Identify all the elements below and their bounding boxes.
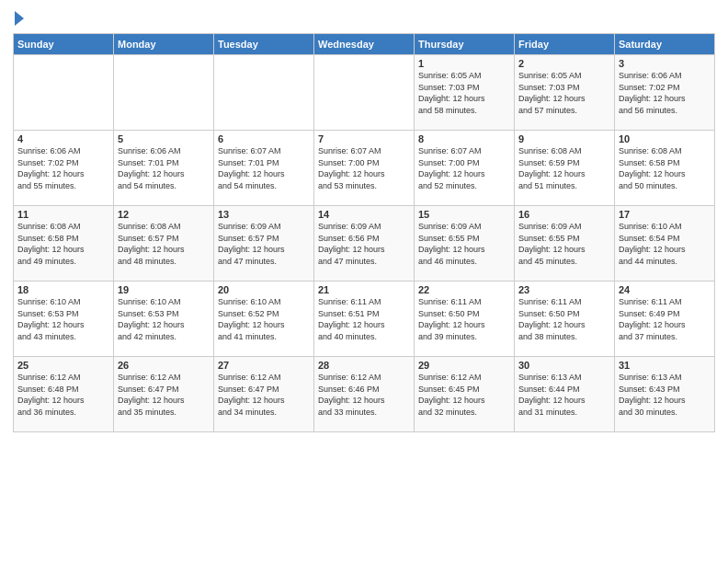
- calendar-cell: 17Sunrise: 6:10 AM Sunset: 6:54 PM Dayli…: [615, 206, 715, 282]
- day-info: Sunrise: 6:07 AM Sunset: 7:00 PM Dayligh…: [318, 145, 410, 191]
- calendar-cell: 11Sunrise: 6:08 AM Sunset: 6:58 PM Dayli…: [14, 206, 114, 282]
- calendar-cell: 1Sunrise: 6:05 AM Sunset: 7:03 PM Daylig…: [415, 55, 515, 131]
- day-number: 28: [318, 360, 410, 371]
- calendar-cell: 2Sunrise: 6:05 AM Sunset: 7:03 PM Daylig…: [515, 55, 615, 131]
- calendar-cell: 28Sunrise: 6:12 AM Sunset: 6:46 PM Dayli…: [314, 357, 415, 432]
- day-info: Sunrise: 6:13 AM Sunset: 6:43 PM Dayligh…: [619, 372, 711, 418]
- day-number: 22: [418, 284, 510, 295]
- weekday-header-saturday: Saturday: [615, 34, 715, 55]
- day-number: 14: [318, 209, 410, 220]
- calendar-cell: 5Sunrise: 6:06 AM Sunset: 7:01 PM Daylig…: [114, 131, 214, 206]
- day-info: Sunrise: 6:07 AM Sunset: 7:00 PM Dayligh…: [418, 145, 510, 191]
- day-number: 17: [619, 209, 711, 220]
- day-info: Sunrise: 6:12 AM Sunset: 6:45 PM Dayligh…: [418, 372, 510, 418]
- day-info: Sunrise: 6:09 AM Sunset: 6:56 PM Dayligh…: [318, 221, 410, 267]
- calendar-header: SundayMondayTuesdayWednesdayThursdayFrid…: [14, 34, 715, 55]
- weekday-header-thursday: Thursday: [415, 34, 515, 55]
- day-number: 23: [518, 284, 610, 295]
- calendar-cell: 23Sunrise: 6:11 AM Sunset: 6:50 PM Dayli…: [515, 282, 615, 357]
- calendar-cell: 10Sunrise: 6:08 AM Sunset: 6:58 PM Dayli…: [615, 131, 715, 206]
- weekday-header-tuesday: Tuesday: [214, 34, 314, 55]
- calendar-cell: 16Sunrise: 6:09 AM Sunset: 6:55 PM Dayli…: [515, 206, 615, 282]
- day-info: Sunrise: 6:11 AM Sunset: 6:50 PM Dayligh…: [418, 296, 510, 342]
- day-info: Sunrise: 6:08 AM Sunset: 6:57 PM Dayligh…: [118, 221, 210, 267]
- calendar-week-row: 18Sunrise: 6:10 AM Sunset: 6:53 PM Dayli…: [14, 282, 715, 357]
- day-number: 1: [418, 58, 510, 69]
- weekday-header-friday: Friday: [515, 34, 615, 55]
- day-number: 4: [17, 133, 109, 144]
- logo-arrow-icon: [15, 11, 24, 26]
- day-info: Sunrise: 6:09 AM Sunset: 6:55 PM Dayligh…: [518, 221, 610, 267]
- calendar-cell: [214, 55, 314, 131]
- calendar-cell: 18Sunrise: 6:10 AM Sunset: 6:53 PM Dayli…: [14, 282, 114, 357]
- calendar-cell: 6Sunrise: 6:07 AM Sunset: 7:01 PM Daylig…: [214, 131, 314, 206]
- header: [13, 9, 715, 26]
- day-info: Sunrise: 6:11 AM Sunset: 6:50 PM Dayligh…: [518, 296, 610, 342]
- day-number: 16: [518, 209, 610, 220]
- calendar-cell: 31Sunrise: 6:13 AM Sunset: 6:43 PM Dayli…: [615, 357, 715, 432]
- day-info: Sunrise: 6:06 AM Sunset: 7:02 PM Dayligh…: [619, 70, 711, 116]
- calendar-cell: 14Sunrise: 6:09 AM Sunset: 6:56 PM Dayli…: [314, 206, 415, 282]
- day-number: 18: [17, 284, 109, 295]
- calendar-container: SundayMondayTuesdayWednesdayThursdayFrid…: [0, 0, 728, 563]
- day-number: 2: [518, 58, 610, 69]
- day-info: Sunrise: 6:12 AM Sunset: 6:46 PM Dayligh…: [318, 372, 410, 418]
- day-info: Sunrise: 6:11 AM Sunset: 6:51 PM Dayligh…: [318, 296, 410, 342]
- calendar-cell: 13Sunrise: 6:09 AM Sunset: 6:57 PM Dayli…: [214, 206, 314, 282]
- day-number: 11: [17, 209, 109, 220]
- calendar-cell: 25Sunrise: 6:12 AM Sunset: 6:48 PM Dayli…: [14, 357, 114, 432]
- calendar-week-row: 25Sunrise: 6:12 AM Sunset: 6:48 PM Dayli…: [14, 357, 715, 432]
- day-number: 13: [218, 209, 310, 220]
- day-info: Sunrise: 6:07 AM Sunset: 7:01 PM Dayligh…: [218, 145, 310, 191]
- calendar-week-row: 11Sunrise: 6:08 AM Sunset: 6:58 PM Dayli…: [14, 206, 715, 282]
- calendar-cell: 22Sunrise: 6:11 AM Sunset: 6:50 PM Dayli…: [415, 282, 515, 357]
- calendar-cell: 30Sunrise: 6:13 AM Sunset: 6:44 PM Dayli…: [515, 357, 615, 432]
- day-info: Sunrise: 6:10 AM Sunset: 6:54 PM Dayligh…: [619, 221, 711, 267]
- calendar-cell: 15Sunrise: 6:09 AM Sunset: 6:55 PM Dayli…: [415, 206, 515, 282]
- calendar-cell: 9Sunrise: 6:08 AM Sunset: 6:59 PM Daylig…: [515, 131, 615, 206]
- day-info: Sunrise: 6:12 AM Sunset: 6:48 PM Dayligh…: [17, 372, 109, 418]
- calendar-table: SundayMondayTuesdayWednesdayThursdayFrid…: [13, 33, 715, 432]
- weekday-header-monday: Monday: [114, 34, 214, 55]
- day-info: Sunrise: 6:09 AM Sunset: 6:55 PM Dayligh…: [418, 221, 510, 267]
- day-number: 19: [118, 284, 210, 295]
- calendar-cell: 26Sunrise: 6:12 AM Sunset: 6:47 PM Dayli…: [114, 357, 214, 432]
- weekday-header-sunday: Sunday: [14, 34, 114, 55]
- day-info: Sunrise: 6:10 AM Sunset: 6:52 PM Dayligh…: [218, 296, 310, 342]
- day-info: Sunrise: 6:12 AM Sunset: 6:47 PM Dayligh…: [118, 372, 210, 418]
- day-info: Sunrise: 6:11 AM Sunset: 6:49 PM Dayligh…: [619, 296, 711, 342]
- weekday-header-wednesday: Wednesday: [314, 34, 415, 55]
- calendar-week-row: 4Sunrise: 6:06 AM Sunset: 7:02 PM Daylig…: [14, 131, 715, 206]
- day-number: 24: [619, 284, 711, 295]
- day-number: 21: [318, 284, 410, 295]
- day-info: Sunrise: 6:05 AM Sunset: 7:03 PM Dayligh…: [418, 70, 510, 116]
- calendar-cell: 27Sunrise: 6:12 AM Sunset: 6:47 PM Dayli…: [214, 357, 314, 432]
- calendar-body: 1Sunrise: 6:05 AM Sunset: 7:03 PM Daylig…: [14, 55, 715, 432]
- calendar-week-row: 1Sunrise: 6:05 AM Sunset: 7:03 PM Daylig…: [14, 55, 715, 131]
- weekday-header-row: SundayMondayTuesdayWednesdayThursdayFrid…: [14, 34, 715, 55]
- day-number: 9: [518, 133, 610, 144]
- day-number: 6: [218, 133, 310, 144]
- day-number: 27: [218, 360, 310, 371]
- day-number: 20: [218, 284, 310, 295]
- day-info: Sunrise: 6:08 AM Sunset: 6:58 PM Dayligh…: [17, 221, 109, 267]
- calendar-cell: 4Sunrise: 6:06 AM Sunset: 7:02 PM Daylig…: [14, 131, 114, 206]
- calendar-cell: 29Sunrise: 6:12 AM Sunset: 6:45 PM Dayli…: [415, 357, 515, 432]
- calendar-cell: 21Sunrise: 6:11 AM Sunset: 6:51 PM Dayli…: [314, 282, 415, 357]
- day-number: 15: [418, 209, 510, 220]
- calendar-cell: 24Sunrise: 6:11 AM Sunset: 6:49 PM Dayli…: [615, 282, 715, 357]
- calendar-cell: 19Sunrise: 6:10 AM Sunset: 6:53 PM Dayli…: [114, 282, 214, 357]
- day-number: 7: [318, 133, 410, 144]
- day-info: Sunrise: 6:05 AM Sunset: 7:03 PM Dayligh…: [518, 70, 610, 116]
- calendar-cell: [114, 55, 214, 131]
- calendar-cell: 20Sunrise: 6:10 AM Sunset: 6:52 PM Dayli…: [214, 282, 314, 357]
- day-info: Sunrise: 6:13 AM Sunset: 6:44 PM Dayligh…: [518, 372, 610, 418]
- calendar-cell: 8Sunrise: 6:07 AM Sunset: 7:00 PM Daylig…: [415, 131, 515, 206]
- day-info: Sunrise: 6:06 AM Sunset: 7:02 PM Dayligh…: [17, 145, 109, 191]
- day-number: 25: [17, 360, 109, 371]
- day-info: Sunrise: 6:08 AM Sunset: 6:58 PM Dayligh…: [619, 145, 711, 191]
- day-info: Sunrise: 6:09 AM Sunset: 6:57 PM Dayligh…: [218, 221, 310, 267]
- day-number: 31: [619, 360, 711, 371]
- day-info: Sunrise: 6:06 AM Sunset: 7:01 PM Dayligh…: [118, 145, 210, 191]
- day-number: 12: [118, 209, 210, 220]
